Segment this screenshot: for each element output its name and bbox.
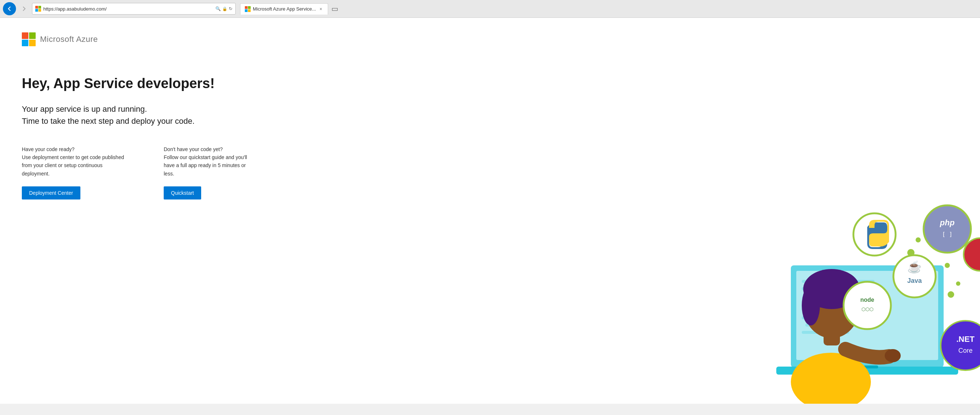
address-bar-icons: 🔍 🔒 ↻ [215,6,232,11]
svg-rect-1 [38,6,41,9]
tab-close-button[interactable]: × [318,6,323,13]
cta-left-line3: from your client or setup continuous [22,162,103,168]
logo-red-square [22,32,29,39]
lock-icon: 🔒 [222,6,228,11]
svg-point-33 [945,263,950,268]
cta-right-line3: have a full app ready in 5 minutes or [164,162,246,168]
logo-yellow-square [29,40,36,46]
svg-rect-2 [35,9,38,12]
svg-text:Core: Core [958,347,972,354]
url-text: https://app.asabuludemo.com/ [43,6,213,12]
refresh-icon[interactable]: ↻ [229,6,232,11]
left-content: Hey, App Service developers! Your app se… [22,75,277,200]
address-favicon [35,6,41,12]
svg-text:.NET: .NET [956,335,975,344]
cta-left-column: Have your code ready? Use deployment cen… [22,145,135,200]
cta-left-description: Have your code ready? Use deployment cen… [22,145,135,178]
svg-text:⬡⬡⬡: ⬡⬡⬡ [861,306,873,312]
illustration-container: php [ ] ☕ Java node ⬡⬡⬡ .NET Core [733,193,980,404]
cta-left-line4: deployment. [22,171,49,177]
svg-rect-6 [245,9,248,12]
browser-chrome: https://app.asabuludemo.com/ 🔍 🔒 ↻ Micro… [0,0,980,18]
cta-columns: Have your code ready? Use deployment cen… [22,145,277,200]
logo-blue-square [22,40,29,46]
svg-point-34 [924,205,971,253]
page-title: Hey, App Service developers! [22,75,277,92]
svg-point-32 [956,281,960,286]
illustration-svg: php [ ] ☕ Java node ⬡⬡⬡ .NET Core [733,193,980,404]
cta-right-description: Don't have your code yet? Follow our qui… [164,145,277,178]
svg-rect-0 [35,6,38,9]
svg-text:Java: Java [907,277,922,284]
svg-point-31 [948,291,954,298]
forward-button[interactable] [18,2,30,15]
logo-green-square [29,32,36,39]
azure-logo: Microsoft Azure [22,32,958,46]
svg-text:☕: ☕ [907,260,922,274]
svg-text:[ ]: [ ] [942,231,953,238]
back-button[interactable] [3,2,16,15]
deployment-center-button[interactable]: Deployment Center [22,187,80,200]
svg-point-24 [802,286,820,326]
browser-toolbar: https://app.asabuludemo.com/ 🔍 🔒 ↻ Micro… [0,0,980,18]
new-tab-button[interactable]: ▭ [329,4,340,14]
search-icon: 🔍 [215,6,221,11]
tab-bar: Microsoft Azure App Service... × ▭ [237,3,343,14]
page-content: Microsoft Azure Hey, App Service develop… [0,18,980,404]
cta-left-line1: Have your code ready? [22,146,75,152]
svg-point-41 [843,282,891,329]
page-subtitle: Your app service is up and running. Time… [22,103,277,127]
tab-title: Microsoft Azure App Service... [253,6,316,12]
svg-rect-3 [38,9,41,12]
quickstart-button[interactable]: Quickstart [164,187,201,200]
svg-text:php: php [940,218,955,227]
svg-point-44 [941,321,980,370]
svg-point-29 [916,237,921,243]
main-content: Hey, App Service developers! Your app se… [22,75,958,200]
subtitle-line2: Time to take the next step and deploy yo… [22,117,195,126]
microsoft-logo [22,32,36,46]
cta-right-line4: less. [164,171,174,177]
svg-point-27 [885,349,901,362]
cta-right-column: Don't have your code yet? Follow our qui… [164,145,277,200]
svg-rect-5 [248,6,251,9]
svg-text:node: node [860,297,874,303]
subtitle-line1: Your app service is up and running. [22,104,147,113]
cta-right-line2: Follow our quickstart guide and you'll [164,154,247,160]
svg-rect-7 [248,9,251,12]
cta-left-line2: Use deployment center to get code publis… [22,154,124,160]
tab-favicon [245,6,251,12]
cta-right-line1: Don't have your code yet? [164,146,223,152]
active-tab[interactable]: Microsoft Azure App Service... × [240,3,328,14]
azure-logo-text: Microsoft Azure [40,35,98,44]
svg-rect-4 [245,6,248,9]
address-bar[interactable]: https://app.asabuludemo.com/ 🔍 🔒 ↻ [32,3,236,14]
